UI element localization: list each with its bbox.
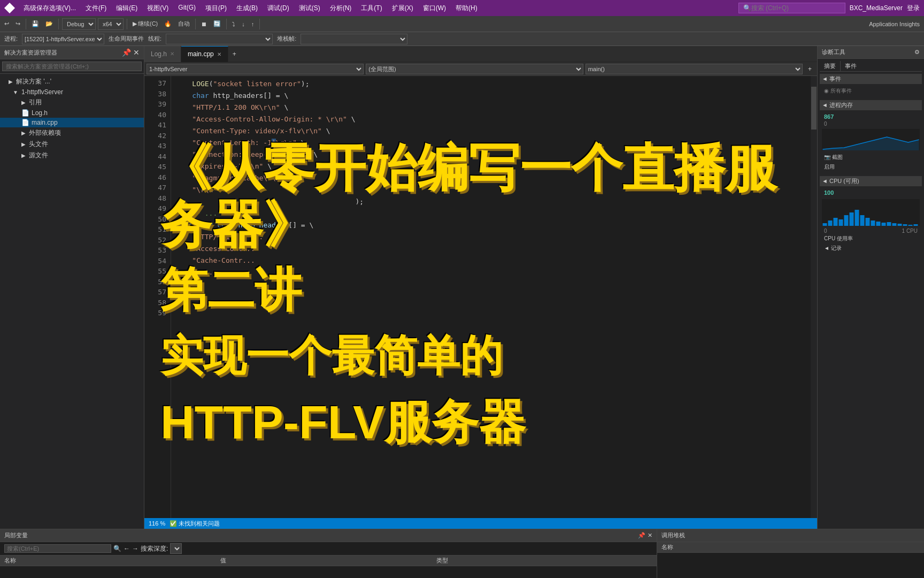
diag-tools-label: 诊断工具 [822, 48, 845, 56]
restart-btn[interactable]: 🔄 [211, 19, 223, 28]
project-name-label: BXC_MediaServer [850, 4, 903, 12]
menu-file[interactable]: 高级保存选项(V)... [19, 3, 80, 14]
arch-select[interactable]: x64 [98, 18, 124, 30]
scope-select[interactable]: 1-httpflvServer [147, 64, 364, 74]
menu-tools[interactable]: 工具(T) [357, 3, 386, 14]
pin-panel-icon[interactable]: 📌 [638, 532, 645, 539]
settings-icon[interactable]: ⚙ [914, 49, 920, 56]
arrow-icon: ▶ [21, 141, 26, 147]
code-line: "Access-Cont... [175, 243, 813, 255]
menu-window[interactable]: 窗口(W) [419, 3, 450, 14]
screenshot-btn[interactable]: 📷 截图 [820, 153, 922, 162]
tree-item-ext-deps[interactable]: ▶ 外部依赖项 [0, 127, 144, 139]
process-label: 进程: [4, 35, 18, 43]
open-btn[interactable]: 📂 [43, 19, 55, 28]
sidebar-search-input[interactable] [2, 62, 142, 71]
stack-select[interactable] [301, 34, 407, 44]
cpu-chart [822, 199, 920, 226]
global-search-input[interactable] [751, 4, 831, 12]
record-btn[interactable]: ◄ 记录 [820, 244, 922, 253]
code-content[interactable]: LOGE("socket listen error"); char http_h… [171, 76, 817, 518]
tree-item-logh[interactable]: 📄 Log.h [0, 108, 144, 118]
bottom-panel: 局部变量 📌 ✕ 🔍 ← → 搜索深度: 名称 值 类型 调用堆栈 名称 [0, 529, 924, 578]
debug-mode-select[interactable]: Debug [62, 18, 96, 30]
add-nav-btn[interactable]: + [805, 64, 815, 74]
line-numbers: 37 38 39 40 41 42 43 44 45 46 47 48 49 5… [144, 76, 171, 518]
enable-btn[interactable]: 启用 [820, 162, 922, 172]
close-sidebar-btn[interactable]: ✕ [133, 48, 140, 57]
hot-reload-btn[interactable]: 🔥 [162, 19, 174, 28]
menu-analyze[interactable]: 分析(N) [326, 3, 356, 14]
menu-ext[interactable]: 扩展(X) [388, 3, 418, 14]
step-out-btn[interactable]: ↑ [249, 20, 257, 28]
svg-rect-8 [866, 218, 870, 226]
redo-btn[interactable]: ↪ [13, 19, 22, 28]
login-button[interactable]: 登录 [907, 4, 920, 13]
code-line: "HTTP/1.1 200 ... [175, 231, 813, 243]
menu-test[interactable]: 测试(S) [295, 3, 325, 14]
save-btn[interactable]: 💾 [29, 19, 41, 28]
tree-item-sources[interactable]: ▶ 源文件 [0, 150, 144, 161]
events-section-title[interactable]: ◄ 事件 [820, 74, 922, 84]
depth-select[interactable] [170, 543, 182, 554]
depth-label: 搜索深度: [141, 544, 168, 553]
tree-item-maincpp[interactable]: 📄 main.cpp [0, 118, 144, 127]
tab-logh[interactable]: Log.h ✕ [144, 46, 181, 62]
step-over-btn[interactable]: ⤵ [230, 20, 237, 28]
svg-rect-17 [914, 224, 918, 226]
code-line: LOGE("socket listen error"); [175, 78, 813, 90]
menu-debug[interactable]: 调试(D) [263, 3, 294, 14]
auto-btn[interactable]: 自动 [176, 19, 192, 29]
tab-maincpp[interactable]: main.cpp ✕ [181, 46, 228, 62]
svg-rect-7 [860, 215, 865, 226]
code-editor[interactable]: 37 38 39 40 41 42 43 44 45 46 47 48 49 5… [144, 76, 817, 518]
step-into-btn[interactable]: ↓ [240, 20, 247, 28]
stop-btn[interactable]: ⏹ [199, 20, 209, 28]
memory-unit: 0 [820, 121, 922, 127]
tree-item-label: 1-httpflvServer [21, 88, 63, 96]
tree-item-headers[interactable]: ▶ 头文件 [0, 139, 144, 150]
events-tab[interactable]: 事件 [841, 61, 861, 71]
lifecycle-label: 生命周期事件 [109, 35, 144, 43]
code-line: "Expires: -1\r\n" \ [175, 161, 813, 172]
tree-item-solution[interactable]: ▶ 解决方案 '...' [0, 76, 144, 87]
continue-btn[interactable]: ▶ 继续(C) [130, 19, 160, 29]
file-icon: 📄 [21, 119, 29, 126]
menu-view2[interactable]: 视图(V) [143, 3, 173, 14]
function-select[interactable]: main() [586, 64, 803, 74]
menu-edit[interactable]: 文件(F) [81, 3, 111, 14]
menu-help[interactable]: 帮助(H) [451, 3, 482, 14]
locals-search-input[interactable] [4, 544, 111, 553]
nav-back-icon[interactable]: ← [124, 545, 130, 552]
undo-btn[interactable]: ↩ [2, 19, 11, 28]
scrollbar-thumb[interactable] [811, 87, 817, 130]
close-tab-icon[interactable]: ✕ [217, 51, 221, 57]
menu-build[interactable]: 生成(B) [232, 3, 262, 14]
menu-view[interactable]: 编辑(E) [112, 3, 142, 14]
process-select[interactable]: [15220] 1-httpflvServer.exe [22, 34, 104, 44]
close-tab-icon[interactable]: ✕ [170, 51, 174, 57]
cpu-usage-btn[interactable]: CPU 使用率 [820, 234, 922, 244]
toolbar-sep1 [26, 19, 26, 29]
arrow-icon: ▶ [9, 79, 13, 85]
menu-git[interactable]: Git(G) [174, 3, 200, 14]
pin-icon[interactable]: 📌 [122, 48, 131, 57]
cpu-section-title[interactable]: ◄ CPU (可用) [820, 176, 922, 186]
svg-rect-11 [882, 223, 886, 226]
tree-item-references[interactable]: ▶ 引用 [0, 97, 144, 108]
app-insights-btn[interactable]: Application Insights [867, 20, 922, 28]
global-search[interactable]: 🔍 [738, 3, 845, 13]
code-line: "\r\n" [175, 184, 813, 196]
thread-select[interactable] [166, 34, 273, 44]
close-panel-icon[interactable]: ✕ [648, 532, 652, 539]
summary-tab[interactable]: 摘要 [820, 61, 841, 71]
add-tab-btn[interactable]: + [233, 50, 236, 58]
context-select[interactable]: (全局范围) [366, 64, 583, 74]
menu-project[interactable]: 项目(P) [201, 3, 231, 14]
vertical-scrollbar[interactable] [811, 76, 817, 518]
code-line: /* ... [175, 208, 813, 219]
nav-fwd-icon[interactable]: → [132, 545, 138, 552]
memory-section-title[interactable]: ◄ 进程内存 [820, 100, 922, 110]
all-events[interactable]: ◉ 所有事件 [820, 86, 922, 96]
tree-item-project[interactable]: ▼ 1-httpflvServer [0, 87, 144, 97]
